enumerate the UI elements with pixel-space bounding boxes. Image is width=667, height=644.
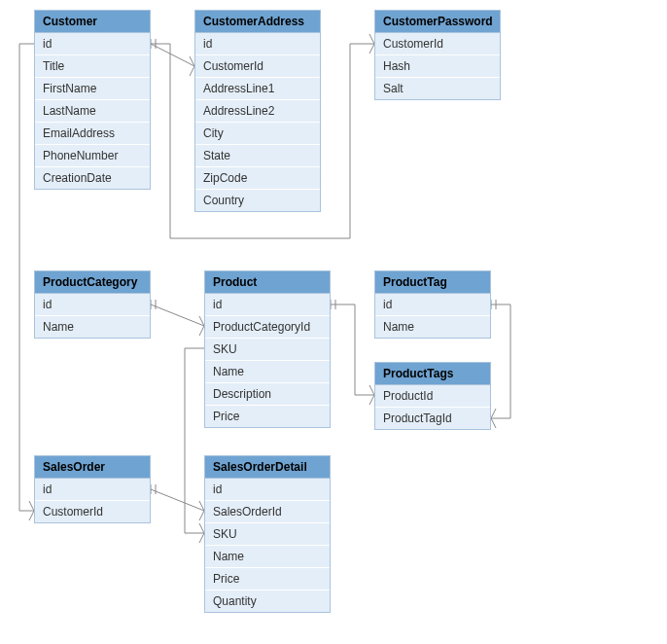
entity-field: Price xyxy=(205,568,330,590)
entity-field: Name xyxy=(375,316,490,338)
entity-field: EmailAddress xyxy=(35,123,150,145)
entity-field: ZipCode xyxy=(195,167,320,190)
entity-field: id xyxy=(375,294,490,316)
entity-sales-order-detail: SalesOrderDetailidSalesOrderIdSKUNamePri… xyxy=(204,455,331,613)
entity-customer-password: CustomerPasswordCustomerIdHashSalt xyxy=(374,10,501,100)
entity-field: Price xyxy=(205,406,330,427)
entity-field: Name xyxy=(205,361,330,383)
entity-field: Salt xyxy=(375,78,500,99)
entity-field: ProductTagId xyxy=(375,408,490,429)
entity-title: ProductTag xyxy=(375,271,490,294)
entity-title: CustomerPassword xyxy=(375,11,500,33)
entity-field: id xyxy=(195,33,320,55)
entity-customer: CustomeridTitleFirstNameLastNameEmailAdd… xyxy=(34,10,151,190)
entity-field: SalesOrderId xyxy=(205,501,330,523)
entity-field: Quantity xyxy=(205,590,330,612)
entity-field: Name xyxy=(205,546,330,568)
entity-field: id xyxy=(35,294,150,316)
entity-field: PhoneNumber xyxy=(35,145,150,167)
entity-title: SalesOrderDetail xyxy=(205,456,330,479)
entity-field: id xyxy=(35,33,150,55)
entity-field: Description xyxy=(205,383,330,406)
entity-field: CustomerId xyxy=(195,55,320,78)
entity-product-tags: ProductTagsProductIdProductTagId xyxy=(374,362,491,430)
entity-field: id xyxy=(35,479,150,501)
entity-sales-order: SalesOrderidCustomerId xyxy=(34,455,151,523)
entity-field: City xyxy=(195,123,320,145)
entity-title: ProductTags xyxy=(375,363,490,385)
entity-product-tag: ProductTagidName xyxy=(374,270,491,339)
entity-field: id xyxy=(205,479,330,501)
entity-field: AddressLine1 xyxy=(195,78,320,100)
entity-field: CustomerId xyxy=(375,33,500,55)
entity-field: SKU xyxy=(205,339,330,361)
entity-field: Hash xyxy=(375,55,500,78)
entity-title: ProductCategory xyxy=(35,271,150,294)
entity-title: CustomerAddress xyxy=(195,11,320,33)
entity-field: Name xyxy=(35,316,150,338)
entity-product: ProductidProductCategoryIdSKUNameDescrip… xyxy=(204,270,331,428)
entity-field: Title xyxy=(35,55,150,78)
entity-title: SalesOrder xyxy=(35,456,150,479)
entity-title: Product xyxy=(205,271,330,294)
entity-field: Country xyxy=(195,190,320,211)
entity-field: id xyxy=(205,294,330,316)
entity-field: FirstName xyxy=(35,78,150,100)
entity-field: State xyxy=(195,145,320,167)
entity-field: ProductId xyxy=(375,385,490,408)
entity-product-category: ProductCategoryidName xyxy=(34,270,151,339)
entity-customer-address: CustomerAddressidCustomerIdAddressLine1A… xyxy=(194,10,321,212)
entity-field: SKU xyxy=(205,523,330,546)
entity-field: LastName xyxy=(35,100,150,123)
entity-field: ProductCategoryId xyxy=(205,316,330,339)
entity-field: CustomerId xyxy=(35,501,150,522)
entity-field: CreationDate xyxy=(35,167,150,189)
entity-title: Customer xyxy=(35,11,150,33)
entity-field: AddressLine2 xyxy=(195,100,320,123)
